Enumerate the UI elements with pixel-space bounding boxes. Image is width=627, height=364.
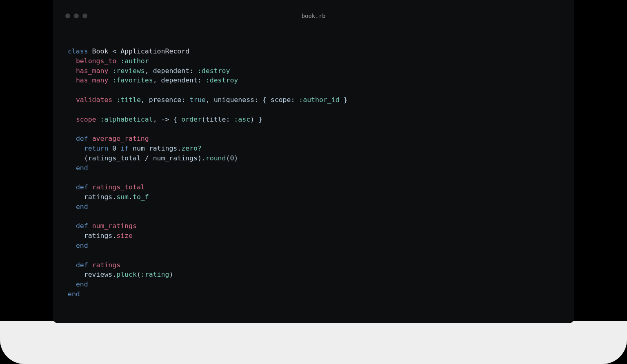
code-line: def ratings xyxy=(68,260,559,270)
code-line: has_many :favorites, dependent: :destroy xyxy=(68,75,559,85)
code-line xyxy=(68,85,559,95)
code-line: ratings.sum.to_f xyxy=(68,192,559,202)
code-line xyxy=(68,124,559,134)
code-line: (ratings_total / num_ratings).round(0) xyxy=(68,153,559,163)
code-line: has_many :reviews, dependent: :destroy xyxy=(68,66,559,76)
code-line xyxy=(68,251,559,260)
code-line: validates :title, presence: true, unique… xyxy=(68,95,559,105)
code-line: scope :alphabetical, -> { order(title: :… xyxy=(68,115,559,124)
code-content[interactable]: class Book < ApplicationRecord belongs_t… xyxy=(53,32,574,314)
code-line: belongs_to :author xyxy=(68,56,559,66)
file-name: book.rb xyxy=(53,13,574,19)
code-line: ratings.size xyxy=(68,231,559,241)
code-line: def num_ratings xyxy=(68,221,559,231)
code-line: def average_rating xyxy=(68,134,559,144)
code-line: end xyxy=(68,280,559,289)
code-line: return 0 if num_ratings.zero? xyxy=(68,144,559,153)
code-line: end xyxy=(68,241,559,251)
code-line: end xyxy=(68,163,559,173)
titlebar: book.rb xyxy=(53,0,574,32)
code-line xyxy=(68,212,559,222)
minimize-icon[interactable] xyxy=(74,13,79,18)
code-line xyxy=(68,105,559,115)
close-icon[interactable] xyxy=(65,13,70,18)
code-line: reviews.pluck(:rating) xyxy=(68,270,559,280)
code-line: end xyxy=(68,289,559,299)
window-controls xyxy=(65,13,87,18)
code-line: def ratings_total xyxy=(68,182,559,192)
code-line: end xyxy=(68,202,559,212)
maximize-icon[interactable] xyxy=(82,13,87,18)
code-line xyxy=(68,173,559,182)
code-line: class Book < ApplicationRecord xyxy=(68,47,559,56)
laptop-base xyxy=(0,321,627,364)
code-editor-window: book.rb class Book < ApplicationRecord b… xyxy=(53,0,574,323)
